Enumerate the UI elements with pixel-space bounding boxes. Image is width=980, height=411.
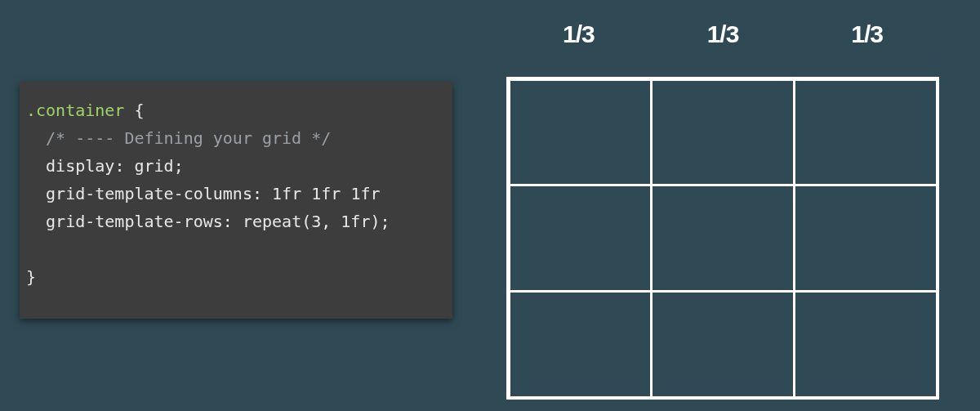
grid-cell <box>793 290 938 399</box>
code-comment: /* ---- Defining your grid */ <box>26 124 446 152</box>
code-value: repeat(3, 1fr); <box>243 212 390 231</box>
code-line: grid-template-rows: repeat(3, 1fr); <box>26 208 446 235</box>
grid-cell <box>793 184 938 293</box>
column-label: 1/3 <box>651 20 795 48</box>
grid-cell <box>508 184 653 293</box>
code-line: display: grid; <box>26 152 446 180</box>
code-selector: .container <box>26 101 124 120</box>
grid-cell <box>793 78 938 187</box>
grid-cell <box>650 184 795 293</box>
grid-cell <box>508 78 653 187</box>
column-labels: 1/3 1/3 1/3 <box>506 20 939 48</box>
code-property: grid-template-columns <box>26 184 252 203</box>
code-separator: : <box>114 156 134 176</box>
code-property: grid-template-rows <box>26 212 223 231</box>
code-panel: .container { /* ---- Defining your grid … <box>20 82 452 319</box>
code-brace: { <box>124 101 144 120</box>
code-value: grid; <box>134 156 183 176</box>
code-property: display <box>26 156 114 176</box>
code-separator: : <box>223 212 243 231</box>
code-line: grid-template-columns: 1fr 1fr 1fr <box>26 180 446 208</box>
grid-cell <box>508 290 653 399</box>
code-brace: } <box>26 263 446 291</box>
grid-box <box>506 77 939 400</box>
code-blank <box>26 235 446 263</box>
code-separator: : <box>252 184 272 203</box>
grid-diagram: 1/3 1/3 1/3 <box>506 20 939 400</box>
code-value: 1fr 1fr 1fr <box>272 184 380 203</box>
column-label: 1/3 <box>506 20 651 48</box>
column-label: 1/3 <box>795 20 939 48</box>
code-line: .container { <box>26 96 446 124</box>
grid-cell <box>650 78 795 187</box>
grid-cell <box>650 290 795 399</box>
